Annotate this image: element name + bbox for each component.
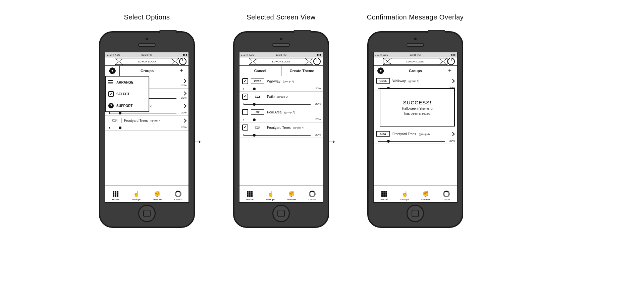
tab-themes[interactable]: ✊Themes (147, 186, 168, 202)
checkbox-checked[interactable] (242, 125, 248, 131)
overlay-line1: Halloween (Theme A) (402, 107, 433, 110)
add-button[interactable]: + (174, 66, 189, 76)
hand-icon: ✊ (422, 191, 429, 197)
list-icon (108, 80, 114, 85)
group-code: C24 (108, 118, 121, 123)
cancel-button[interactable]: Cancel (239, 66, 281, 76)
overlay-line2: has been created (404, 112, 430, 115)
checkbox-checked[interactable] (242, 94, 248, 100)
home-physical-button[interactable] (138, 205, 156, 222)
brightness-value: 20% (449, 139, 455, 142)
group-code: C2 (251, 109, 264, 115)
tab-groups[interactable]: ☝Groups (394, 186, 415, 202)
group-list: C215 Walkway (group 1) 20% C24 Front (374, 76, 457, 187)
group-row[interactable]: C2 Pool Area (group 3) 20% (239, 107, 323, 122)
hand-icon: ☝ (267, 191, 274, 197)
brightness-value: 20% (315, 133, 321, 136)
grid-icon (247, 191, 253, 197)
grid-icon (112, 191, 119, 197)
color-wheel-icon (175, 191, 181, 197)
power-icon[interactable] (313, 58, 321, 65)
group-code: C215 (376, 78, 390, 84)
confirmation-overlay: SUCCESS! Halloween (Theme A) has been cr… (380, 88, 455, 127)
logo-placeholder: LUXOR LOGO (249, 58, 313, 65)
tab-groups[interactable]: ☝Groups (126, 186, 147, 202)
brightness-value: 20% (181, 111, 186, 114)
bottom-tab-bar: Home ☝Groups ✊Themes Colors (239, 186, 323, 202)
home-physical-button[interactable] (272, 205, 290, 222)
brightness-slider[interactable] (378, 139, 445, 142)
group-row[interactable]: C24 Frontyard Trees (group 4) 20% (105, 116, 189, 131)
bottom-tab-bar: Home ☝Groups ✊Themes Colors (105, 186, 189, 202)
tab-groups[interactable]: ☝Groups (260, 186, 281, 202)
tab-home[interactable]: Home (105, 186, 126, 202)
section-title: Groups (120, 66, 174, 76)
settings-gear-button[interactable] (105, 66, 120, 76)
group-row[interactable]: C24 Frontyard Trees (group 4) 20% (239, 122, 323, 138)
status-bar: ●●●○○ ABC 03:35 PM ▮▮▮ (105, 52, 189, 57)
gear-icon (110, 68, 115, 73)
tab-themes[interactable]: ✊Themes (281, 186, 302, 202)
phone-mockup: ●●●○○ ABC03:35 PM▮▮▮ LUXOR LOGO Cancel C… (233, 31, 329, 228)
brightness-slider[interactable] (244, 133, 311, 136)
brightness-value: 20% (315, 118, 321, 121)
logo-placeholder: LUXOR LOGO (115, 58, 179, 65)
phone-mockup: ●●●○○ ABC 03:35 PM ▮▮▮ LUXOR LOGO Groups… (99, 31, 195, 228)
checkbox-unchecked[interactable] (242, 109, 248, 115)
section-title: Groups (388, 66, 443, 76)
add-button[interactable]: + (443, 66, 457, 76)
tab-themes[interactable]: ✊Themes (415, 186, 436, 202)
group-code: C215 (251, 79, 264, 84)
brightness-slider[interactable] (244, 118, 311, 120)
color-wheel-icon (309, 191, 316, 197)
color-wheel-icon (443, 191, 450, 197)
flow-arrow-icon: → (191, 134, 203, 148)
tab-home[interactable]: Home (374, 186, 394, 202)
group-code: C18 (251, 94, 264, 99)
group-list: C215 Walkway (group 1) 20% C18 Patio (gr… (239, 76, 323, 187)
power-icon[interactable] (447, 58, 455, 65)
screen-title-2: Selected Screen View (214, 13, 348, 21)
flow-arrow-icon: → (325, 134, 337, 148)
overlay-title: SUCCESS! (403, 100, 432, 105)
grid-icon (381, 191, 387, 197)
tab-colors[interactable]: Colors (168, 186, 189, 202)
menu-item-select[interactable]: SELECT (106, 88, 149, 100)
tab-home[interactable]: Home (239, 186, 260, 202)
checkbox-icon (108, 91, 114, 97)
help-icon: ? (108, 103, 114, 108)
brightness-slider[interactable] (244, 102, 311, 105)
group-row[interactable]: C215 Walkway (group 1) 20% (239, 76, 323, 92)
brightness-value: 20% (181, 126, 186, 129)
bottom-tab-bar: Home ☝Groups ✊Themes Colors (374, 186, 457, 202)
create-theme-button[interactable]: Create Theme (281, 66, 323, 76)
menu-item-support[interactable]: ?SUPPORT (106, 100, 149, 111)
home-physical-button[interactable] (407, 205, 424, 222)
hand-icon: ☝ (401, 191, 408, 197)
hand-icon: ☝ (133, 191, 140, 197)
brightness-slider[interactable] (244, 87, 311, 89)
status-bar: ●●●○○ ABC03:35 PM▮▮▮ (239, 52, 323, 57)
hand-icon: ✊ (288, 191, 295, 197)
screen-title-3: Confirmation Message Overlay (348, 13, 482, 21)
gear-icon (378, 68, 383, 73)
phone-mockup: ●●●○○ ABC03:35 PM▮▮▮ LUXOR LOGO Groups +… (367, 31, 463, 228)
group-code: C24 (251, 125, 264, 130)
tab-colors[interactable]: Colors (436, 186, 457, 202)
status-bar: ●●●○○ ABC03:35 PM▮▮▮ (374, 52, 457, 57)
brightness-value: 20% (315, 87, 321, 90)
group-code: C24 (376, 131, 390, 137)
hand-icon: ✊ (154, 191, 161, 197)
screen-title-1: Select Options (80, 13, 214, 21)
brightness-slider[interactable] (109, 126, 176, 128)
options-menu: ARRANGE SELECT ?SUPPORT (105, 76, 149, 112)
tab-colors[interactable]: Colors (302, 186, 323, 202)
brightness-value: 20% (315, 102, 321, 105)
menu-item-arrange[interactable]: ARRANGE (106, 77, 149, 88)
checkbox-checked[interactable] (242, 78, 248, 84)
logo-placeholder: LUXOR LOGO (383, 58, 447, 65)
group-row[interactable]: C24 Frontyard Trees (group 4) 20% (374, 129, 457, 144)
power-icon[interactable] (179, 58, 186, 65)
settings-gear-button[interactable] (374, 66, 388, 76)
group-row[interactable]: C18 Patio (group 2) 20% (239, 92, 323, 107)
